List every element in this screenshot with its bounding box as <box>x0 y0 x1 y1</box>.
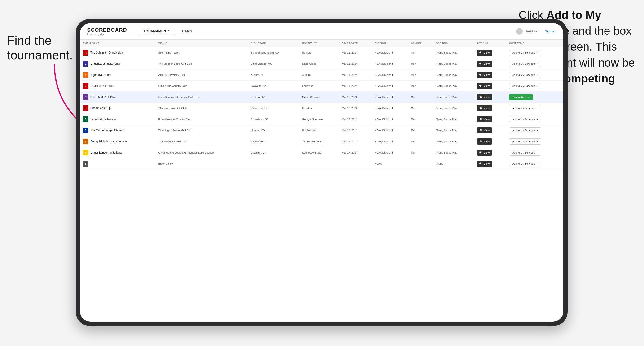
view-button[interactable]: 👁 View <box>476 72 492 78</box>
start-date-text: Mar 15, 2024 <box>342 118 357 121</box>
city-state-cell: Urbana, MD <box>248 125 299 136</box>
event-name-cell: L Lindenwood Invitational <box>80 58 156 69</box>
venue-text: The Missouri Bluffs Golf Club <box>158 62 192 65</box>
user-avatar <box>516 28 523 35</box>
add-to-schedule-button[interactable]: Add to My Schedule + <box>509 83 541 89</box>
add-to-schedule-button[interactable]: Add to My Schedule + <box>509 150 541 156</box>
add-to-schedule-button[interactable]: Add to My Schedule + <box>509 105 541 111</box>
event-name-cell: B <box>80 158 156 169</box>
gender-cell: Men <box>408 136 433 147</box>
hosted-by-cell: Tennessee Tech <box>300 136 339 147</box>
sign-out-link[interactable]: Sign out <box>545 29 556 33</box>
gender-text: Men <box>411 107 416 110</box>
hosted-by-text: Houston <box>302 107 312 110</box>
view-label: View <box>484 140 490 143</box>
gender-cell: Men <box>408 103 433 114</box>
add-to-schedule-button[interactable]: Add to My Schedule + <box>509 161 541 167</box>
view-button[interactable]: 👁 View <box>476 150 492 156</box>
view-button[interactable]: 👁 View <box>476 94 492 100</box>
team-logo: B <box>83 161 88 167</box>
venue-cell: Great Waters Course At Reynolds Lake Oco… <box>156 147 248 158</box>
city-state-cell: Lafayette, LA <box>248 81 299 92</box>
view-button[interactable]: 👁 View <box>476 83 492 89</box>
add-to-schedule-button[interactable]: Add to My Schedule + <box>509 138 541 145</box>
view-label: View <box>484 62 490 65</box>
hosted-by-text: Kennesaw State <box>302 151 321 154</box>
plus-icon: + <box>536 162 538 165</box>
venue-cell: The Sevierville Golf Club <box>156 136 248 147</box>
event-name-cell: B The Carpetbagger Classic <box>80 125 156 136</box>
start-date-cell: Mar 17, 2024 <box>339 136 372 147</box>
table-row: B The Carpetbagger Classic Worthington M… <box>80 125 563 136</box>
event-name-cell: G Schenkel Invitational <box>80 114 156 125</box>
hosted-by-text: Rutgers <box>302 51 312 54</box>
city-state-cell: Saint Simons Island, GA <box>248 47 299 58</box>
view-button[interactable]: 👁 View <box>476 116 492 122</box>
col-scoring: SCORING <box>433 40 474 47</box>
view-button[interactable]: 👁 View <box>476 61 492 67</box>
gender-cell <box>408 158 433 169</box>
team-logo: K <box>83 150 88 156</box>
division-cell: NCAA Division I <box>372 114 408 125</box>
hosted-by-cell: Georgia Southern <box>300 114 339 125</box>
start-date-cell: Mar 15, 2024 <box>339 114 372 125</box>
gender-text: Men <box>411 140 416 143</box>
view-button[interactable]: 👁 View <box>476 138 492 145</box>
col-gender: GENDER <box>408 40 433 47</box>
event-name-text: Schenkel Invitational <box>90 118 116 121</box>
plus-icon: + <box>536 140 538 143</box>
venue-cell: Forest Heights Country Club <box>156 114 248 125</box>
scoring-cell: Team, Stroke Play <box>433 114 474 125</box>
division-text: NCAA <box>374 162 382 165</box>
add-to-schedule-button[interactable]: Add to My Schedule + <box>509 50 541 56</box>
table-row: K Linger Longer Invitational Great Water… <box>80 147 563 158</box>
actions-cell: 👁 View <box>474 125 506 136</box>
hosted-by-cell: Lindenwood <box>300 58 339 69</box>
team-logo: H <box>83 105 88 111</box>
tab-tournaments[interactable]: TOURNAMENTS <box>139 27 175 35</box>
competing-button[interactable]: Competing ✓ <box>509 94 533 100</box>
city-state-text: Saint Simons Island, GA <box>251 51 279 54</box>
scoring-text: Team, Stroke Play <box>436 85 457 87</box>
view-label: View <box>484 118 490 121</box>
start-date-text: Mar 17, 2024 <box>342 151 357 154</box>
city-state-cell: Auburn, AL <box>248 69 299 81</box>
start-date-text: Mar 11, 2024 <box>342 73 357 76</box>
division-text: NCAA Division I <box>374 140 393 143</box>
view-label: View <box>484 107 490 110</box>
gender-text: Men <box>411 62 416 65</box>
tab-teams[interactable]: TEAMS <box>175 27 197 35</box>
division-cell: NCAA Division I <box>372 103 408 114</box>
view-label: View <box>484 85 490 87</box>
division-text: NCAA Division I <box>374 73 393 76</box>
table-row: H Champions Cup Shadow Hawk Golf ClubRic… <box>80 103 563 114</box>
hosted-by-cell: Auburn <box>300 69 339 81</box>
competing-cell: Add to My Schedule + <box>506 47 563 58</box>
scoring-cell: Team, <box>433 158 474 169</box>
navbar-right: Test User | Sign out <box>516 28 556 35</box>
venue-text: Grand Canyon University Golf Course <box>158 96 202 99</box>
start-date-cell: Mar 13, 2024 <box>339 103 372 114</box>
hosted-by-text: Tennessee Tech <box>302 140 321 143</box>
event-name-text: GCU INVITATIONAL <box>90 95 116 99</box>
add-to-schedule-button[interactable]: Add to My Schedule + <box>509 127 541 134</box>
view-button[interactable]: 👁 View <box>476 127 492 134</box>
start-date-cell: Mar 16, 2024 <box>339 125 372 136</box>
competing-cell: Add to My Schedule + <box>506 69 563 81</box>
competing-cell: Add to My Schedule + <box>506 114 563 125</box>
hosted-by-cell: Grand Canyon <box>300 92 339 103</box>
view-label: View <box>484 51 490 54</box>
add-to-schedule-button[interactable]: Add to My Schedule + <box>509 61 541 67</box>
view-button[interactable]: 👁 View <box>476 105 492 111</box>
view-label: View <box>484 96 490 99</box>
view-button[interactable]: 👁 View <box>476 50 492 56</box>
add-to-schedule-button[interactable]: Add to My Schedule + <box>509 72 541 78</box>
competing-cell: Add to My Schedule + <box>506 147 563 158</box>
division-text: NCAA Division I <box>374 51 393 54</box>
scoring-text: Team, Stroke Play <box>436 73 457 76</box>
event-name-cell: A Tiger Invitational <box>80 69 156 81</box>
view-button[interactable]: 👁 View <box>476 161 492 167</box>
add-to-schedule-button[interactable]: Add to My Schedule + <box>509 116 541 122</box>
start-date-cell <box>339 158 372 169</box>
actions-cell: 👁 View <box>474 47 506 58</box>
